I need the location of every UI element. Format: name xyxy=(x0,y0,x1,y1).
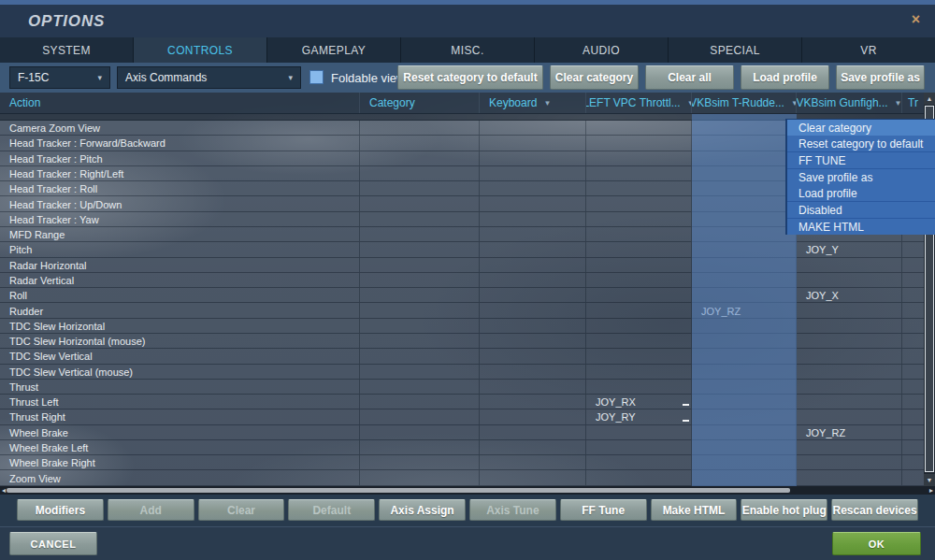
keyboard-binding-cell[interactable] xyxy=(480,334,586,348)
keyboard-binding-cell[interactable] xyxy=(480,227,586,241)
keyboard-binding-cell[interactable] xyxy=(480,365,586,379)
category-select[interactable]: Axis Commands ▾ xyxy=(117,66,301,89)
action-cell[interactable]: Roll xyxy=(0,288,360,302)
action-cell[interactable]: MFD Range xyxy=(0,227,360,241)
table-row[interactable]: Thrust LeftJOY_RX xyxy=(0,395,924,409)
rudder-binding-cell[interactable] xyxy=(692,136,797,150)
enable-hot-plug-button[interactable]: Enable hot plug xyxy=(741,499,827,521)
menu-item-disabled[interactable]: Disabled xyxy=(787,202,935,218)
tab-special[interactable]: SPECIAL xyxy=(669,37,802,63)
table-row[interactable]: Zoom View xyxy=(0,470,924,485)
throttle-binding-cell[interactable] xyxy=(586,166,692,180)
column-header-tr[interactable]: Tr xyxy=(902,93,924,113)
category-binding-cell[interactable] xyxy=(360,212,480,226)
gunfighter-binding-cell[interactable] xyxy=(797,273,902,287)
keyboard-binding-cell[interactable] xyxy=(480,395,586,409)
throttle-binding-cell[interactable] xyxy=(586,136,692,150)
throttle-binding-cell[interactable] xyxy=(586,288,692,302)
table-row[interactable]: Wheel Brake Right xyxy=(0,455,924,470)
action-cell[interactable]: Radar Vertical xyxy=(0,273,360,287)
keyboard-binding-cell[interactable] xyxy=(480,151,586,165)
rudder-binding-cell[interactable] xyxy=(692,425,797,439)
keyboard-binding-cell[interactable] xyxy=(480,319,586,333)
keyboard-binding-cell[interactable] xyxy=(480,212,586,226)
table-row[interactable]: Radar Horizontal xyxy=(0,258,924,273)
category-binding-cell[interactable] xyxy=(360,196,480,210)
scroll-down-icon[interactable]: ▼ xyxy=(924,474,935,486)
keyboard-binding-cell[interactable] xyxy=(480,425,586,439)
gunfighter-binding-cell[interactable] xyxy=(797,395,902,409)
throttle-binding-cell[interactable] xyxy=(586,303,692,317)
action-cell[interactable]: Thrust Left xyxy=(0,395,360,409)
gunfighter-binding-cell[interactable] xyxy=(797,440,902,454)
menu-item-load-profile[interactable]: Load profile xyxy=(787,185,935,201)
throttle-binding-cell[interactable] xyxy=(586,181,692,195)
rudder-binding-cell[interactable] xyxy=(692,380,797,394)
rudder-binding-cell[interactable] xyxy=(692,121,797,135)
category-binding-cell[interactable] xyxy=(360,151,480,165)
tr-binding-cell[interactable] xyxy=(902,288,924,302)
keyboard-binding-cell[interactable] xyxy=(480,181,586,195)
rudder-binding-cell[interactable] xyxy=(692,365,797,379)
gunfighter-binding-cell[interactable] xyxy=(797,455,902,469)
category-binding-cell[interactable] xyxy=(360,349,480,363)
chevron-down-icon[interactable]: ▼ xyxy=(543,99,551,108)
rudder-binding-cell[interactable] xyxy=(692,319,797,333)
action-cell[interactable]: Zoom View xyxy=(0,470,360,484)
keyboard-binding-cell[interactable] xyxy=(480,349,586,363)
tr-binding-cell[interactable] xyxy=(902,303,924,317)
action-cell[interactable]: Camera Zoom View xyxy=(0,121,360,135)
rudder-binding-cell[interactable] xyxy=(692,151,797,165)
column-header-vkbsim-gunfigh[interactable]: VKBsim Gunfigh...▼ xyxy=(797,93,902,113)
category-binding-cell[interactable] xyxy=(360,455,480,469)
throttle-binding-cell[interactable] xyxy=(586,349,692,363)
tab-vr[interactable]: VR xyxy=(802,37,935,63)
category-binding-cell[interactable] xyxy=(360,395,480,409)
action-cell[interactable]: Wheel Brake xyxy=(0,425,360,439)
table-row[interactable]: PitchJOY_Y xyxy=(0,242,924,257)
column-header-keyboard[interactable]: Keyboard▼ xyxy=(480,93,586,113)
throttle-binding-cell[interactable]: JOY_RX xyxy=(586,395,692,409)
keyboard-binding-cell[interactable] xyxy=(480,303,586,317)
rudder-binding-cell[interactable] xyxy=(692,288,797,302)
table-row[interactable]: TDC Slew Vertical (mouse) xyxy=(0,365,924,380)
keyboard-binding-cell[interactable] xyxy=(480,121,586,135)
make-html-button[interactable]: Make HTML xyxy=(651,499,738,521)
gunfighter-binding-cell[interactable]: JOY_X xyxy=(797,288,902,302)
menu-item-reset-category-to-default[interactable]: Reset category to default xyxy=(787,136,935,151)
throttle-binding-cell[interactable] xyxy=(586,334,692,348)
tr-binding-cell[interactable] xyxy=(902,409,924,424)
action-cell[interactable]: Thrust Right xyxy=(0,409,360,424)
gunfighter-binding-cell[interactable] xyxy=(797,334,902,348)
action-cell[interactable]: TDC Slew Vertical (mouse) xyxy=(0,365,360,379)
action-cell[interactable]: TDC Slew Horizontal xyxy=(0,319,360,333)
action-cell[interactable]: Head Tracker : Forward/Backward xyxy=(0,136,360,150)
menu-item-save-profile-as[interactable]: Save profile as xyxy=(787,169,935,185)
horizontal-scroll-thumb[interactable] xyxy=(7,488,790,493)
throttle-binding-cell[interactable] xyxy=(586,227,692,241)
throttle-binding-cell[interactable] xyxy=(586,273,692,287)
column-header-left-vpc-throttl[interactable]: LEFT VPC Throttl...▼ xyxy=(586,93,692,113)
gunfighter-binding-cell[interactable] xyxy=(797,258,902,272)
rudder-binding-cell[interactable] xyxy=(692,455,797,469)
load-profile-button[interactable]: Load profile xyxy=(741,65,829,90)
throttle-binding-cell[interactable] xyxy=(586,242,692,256)
tr-binding-cell[interactable] xyxy=(902,395,924,409)
category-binding-cell[interactable] xyxy=(360,121,480,135)
tr-binding-cell[interactable] xyxy=(902,258,924,272)
axis-assign-button[interactable]: Axis Assign xyxy=(379,499,466,521)
clear-all-button[interactable]: Clear all xyxy=(645,65,734,90)
throttle-binding-cell[interactable] xyxy=(586,212,692,226)
category-binding-cell[interactable] xyxy=(360,166,480,180)
tr-binding-cell[interactable] xyxy=(902,380,924,394)
action-cell[interactable]: Head Tracker : Yaw xyxy=(0,212,360,226)
rudder-binding-cell[interactable] xyxy=(692,470,797,484)
category-binding-cell[interactable] xyxy=(360,334,480,348)
throttle-binding-cell[interactable] xyxy=(586,258,692,272)
rudder-binding-cell[interactable] xyxy=(692,242,797,256)
tr-binding-cell[interactable] xyxy=(902,425,924,439)
keyboard-binding-cell[interactable] xyxy=(480,196,586,210)
rudder-binding-cell[interactable] xyxy=(692,440,797,454)
rudder-binding-cell[interactable] xyxy=(692,196,797,210)
category-binding-cell[interactable] xyxy=(360,136,480,150)
